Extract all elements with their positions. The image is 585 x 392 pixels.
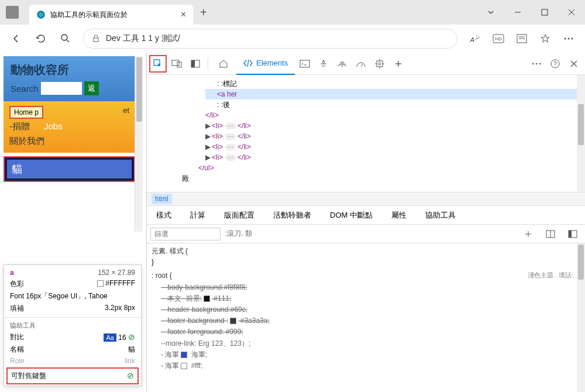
more-icon[interactable] (558, 28, 579, 49)
svg-point-13 (568, 38, 570, 40)
tooltip-name-label: 名稱 (10, 345, 24, 355)
tooltip-a11y-section: 協助工具 (4, 320, 141, 331)
tab-sources[interactable] (315, 55, 332, 73)
dom-breadcrumb[interactable]: html (147, 192, 585, 206)
search-button[interactable] (55, 28, 76, 49)
tab-network[interactable] (333, 55, 351, 73)
browser-tab[interactable]: 協助工具的示範頁面位於 × (29, 5, 193, 25)
filter-input[interactable] (150, 228, 221, 240)
dock-button[interactable] (187, 55, 204, 73)
tooltip-padding-value: 3.2px 8px (105, 304, 135, 314)
svg-rect-41 (569, 231, 572, 238)
styles-tab-accessibility[interactable]: 協助工具 (416, 206, 465, 225)
svg-rect-6 (94, 38, 98, 42)
page-preview-panel: 動物收容所 Search 返 Home p et -捐贈 Jobs 關於我們 貓 (0, 53, 146, 392)
new-tab-button[interactable]: + (200, 6, 207, 19)
styles-tab-breakpoints[interactable]: DOM 中斷點 (321, 206, 382, 225)
styles-filter-bar: :滾刀. 類 (147, 225, 585, 243)
tooltip-role-label: Role (10, 357, 25, 365)
styles-tab-layout[interactable]: 版面配置 (215, 206, 264, 225)
profile-icon[interactable] (6, 6, 19, 19)
nav-jobs[interactable]: Jobs (44, 121, 63, 132)
devtools-help-icon[interactable]: ? (546, 55, 564, 73)
chevron-down-icon[interactable] (477, 0, 504, 25)
styles-tab-computed[interactable]: 計算 (181, 206, 215, 225)
devtools-more-icon[interactable] (528, 55, 545, 73)
tab-console[interactable] (296, 55, 314, 73)
site-title: 動物收容所 (11, 62, 128, 78)
devtools-panel: Elements ? : :標記 <a her : :後 </li> ▶<li>… (146, 53, 585, 392)
search-label: Search (11, 84, 39, 94)
cats-link[interactable]: 貓 (7, 160, 132, 178)
preview-scrollbar[interactable] (135, 56, 143, 232)
nav-et[interactable]: et (123, 106, 129, 115)
svg-rect-19 (191, 60, 195, 67)
site-nav: Home p et -捐贈 Jobs 關於我們 (4, 101, 135, 153)
tooltip-contrast-label: 對比 (10, 332, 24, 342)
back-button[interactable] (6, 28, 27, 49)
hd-icon[interactable]: HD (488, 28, 509, 49)
add-tab-button[interactable] (390, 55, 407, 73)
styles-tabs: 樣式 計算 版面配置 活動聆聽者 DOM 中斷點 屬性 協助工具 (147, 206, 585, 225)
close-tab-icon[interactable]: × (181, 9, 186, 20)
maximize-button[interactable] (531, 0, 558, 25)
svg-rect-20 (300, 60, 309, 67)
reader-icon[interactable] (511, 28, 532, 49)
tooltip-font: Font 16px「Segoe UI」, Tahoe (10, 291, 108, 301)
styles-tab-styles[interactable]: 樣式 (147, 206, 181, 225)
minimize-button[interactable] (504, 0, 531, 25)
styles-content[interactable]: 元素. 樣式 { } : root { 淺色主題 . 壞話: 1 - -body… (147, 243, 585, 392)
refresh-button[interactable] (30, 28, 51, 49)
device-emulation-button[interactable] (168, 55, 185, 73)
toggle-sidebar-icon[interactable] (564, 225, 581, 243)
svg-point-21 (323, 63, 324, 64)
tooltip-name-value: 貓 (128, 345, 135, 355)
tab-welcome[interactable] (212, 53, 235, 75)
cats-link-highlighted: 貓 (4, 156, 135, 182)
dom-scrollbar[interactable] (577, 75, 585, 192)
tooltip-padding-label: 填補 (10, 304, 24, 314)
search-submit-button[interactable]: 返 (84, 81, 99, 95)
svg-rect-23 (377, 61, 383, 67)
svg-line-5 (67, 40, 69, 42)
dom-tree[interactable]: : :標記 <a her : :後 </li> ▶<li> ⋯ </li> ▶<… (147, 75, 585, 192)
nav-about[interactable]: 關於我們 (9, 136, 129, 147)
svg-point-33 (539, 63, 541, 64)
tooltip-contrast-value: Aa 16 ⊘ (104, 332, 135, 342)
tab-title: 協助工具的示範頁面位於 (50, 10, 176, 20)
browser-titlebar: 協助工具的示範頁面位於 × + (0, 0, 585, 25)
tooltip-color-label: 色彩 (10, 279, 24, 289)
tab-memory[interactable] (371, 55, 388, 73)
tab-elements[interactable]: Elements (236, 53, 295, 75)
flexbox-icon[interactable] (542, 225, 559, 243)
text-size-icon[interactable]: Aン (464, 28, 486, 49)
svg-point-31 (532, 63, 534, 64)
breadcrumb-html[interactable]: html (152, 194, 172, 204)
home-tooltip: Home p (9, 106, 43, 119)
svg-point-32 (536, 63, 538, 64)
browser-toolbar: Dev 工具 1 1 y 測試/ Aン HD (0, 25, 585, 53)
search-input[interactable] (41, 82, 82, 95)
devtools-close-button[interactable] (565, 55, 583, 73)
cls-label[interactable]: :滾刀. 類 (225, 229, 252, 239)
close-window-button[interactable] (558, 0, 585, 25)
address-text: Dev 工具 1 1 y 測試/ (106, 33, 180, 44)
styles-scrollbar[interactable] (577, 243, 585, 392)
nav-donate[interactable]: -捐贈 (9, 121, 30, 132)
tooltip-tag: a (10, 269, 14, 277)
svg-rect-3 (542, 9, 548, 15)
svg-point-24 (378, 63, 381, 65)
tab-performance[interactable] (352, 55, 370, 73)
devtools-toolbar: Elements ? (147, 53, 585, 75)
inspect-element-button[interactable] (149, 55, 167, 73)
styles-tab-listeners[interactable]: 活動聆聽者 (264, 206, 321, 225)
svg-point-12 (565, 38, 566, 40)
tooltip-dimensions: 152 × 27.89 (98, 269, 135, 277)
address-bar[interactable]: Dev 工具 1 1 y 測試/ (83, 29, 457, 49)
favorite-icon[interactable] (535, 28, 556, 49)
add-rule-button[interactable] (519, 225, 537, 243)
tooltip-color-value: #FFFFFF (95, 279, 135, 289)
styles-tab-properties[interactable]: 屬性 (382, 206, 416, 225)
tooltip-keyboard-label: 可對焦鍵盤 (11, 371, 46, 381)
svg-text:?: ? (553, 61, 557, 67)
